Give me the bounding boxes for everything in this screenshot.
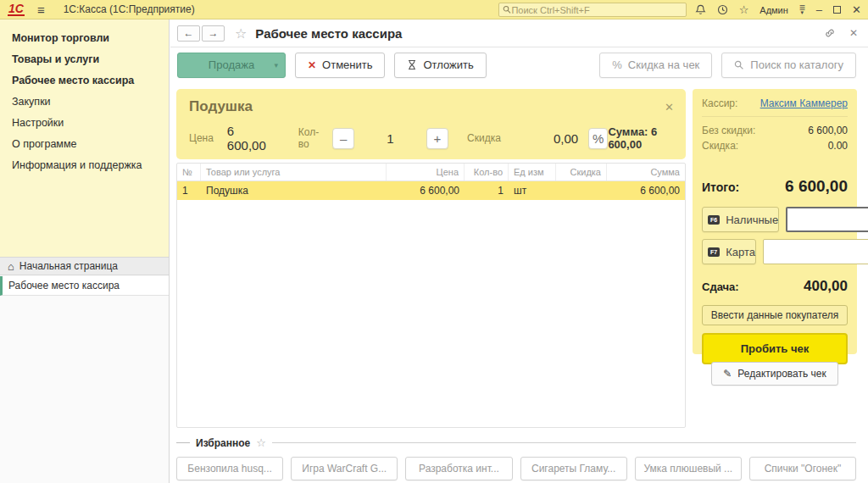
cashier-link[interactable]: Максим Каммерер [760,97,848,109]
qty-increase-button[interactable]: + [426,128,448,149]
f7-key-badge: F7 [708,247,720,257]
remove-item-icon[interactable]: ✕ [665,101,674,114]
favorite-item-button[interactable]: Бензопила husq... [176,457,283,480]
bookmark-star-icon[interactable]: ☆ [235,25,247,42]
defer-button[interactable]: Отложить [394,53,486,78]
check-discount-button[interactable]: % Скидка на чек [599,53,712,78]
window-title: 1С:Касса (1С:Предприятие) [64,3,195,15]
favorites-label: Избранное [196,437,250,449]
main-menu-icon[interactable]: ≡ [37,3,45,17]
catalog-search-button[interactable]: Поиск по каталогу [721,53,856,78]
toolbar: Продажа ▾ ✕ Отменить Отложить % Скидка н… [170,47,868,82]
sidebar-item-trade-monitor[interactable]: Монитор торговли [12,32,169,53]
discount-percent-button[interactable]: % [588,128,608,149]
search-input[interactable] [511,5,682,15]
cancel-x-icon: ✕ [308,59,316,71]
divider [702,116,848,117]
checkout-panel: Кассир: Максим Каммерер Без скидки: 6 60… [693,89,857,354]
sidebar-nav: Монитор торговли Товары и услуги Рабочее… [0,19,169,257]
history-icon[interactable] [717,4,728,15]
main-area: ← → ☆ Рабочее место кассира ✕ Продажа ▾ … [170,19,868,483]
tab-home-page[interactable]: ⌂ Начальная страница [0,257,169,275]
sidebar-item-about[interactable]: О программе [12,138,169,159]
no-discount-label: Без скидки: [702,125,755,136]
favorites-section: Избранное ☆ Бензопила husq... Игра WarCr… [176,436,856,480]
cancel-button[interactable]: ✕ Отменить [295,53,385,78]
no-discount-value: 6 600,00 [808,125,848,136]
sidebar: Монитор торговли Товары и услуги Рабочее… [0,19,170,483]
divider [272,442,856,443]
sale-mode-label: Продажа [209,58,254,71]
pencil-icon: ✎ [723,368,732,380]
discount-value[interactable]: 0,00 [545,131,578,146]
cashier-label: Кассир: [702,97,737,109]
favorite-item-button[interactable]: Умка плюшевый ... [635,457,742,480]
total-label: Итого: [702,180,739,194]
hourglass-icon [407,59,417,70]
page-title: Рабочее место кассира [255,26,402,41]
close-page-icon[interactable]: ✕ [849,27,858,39]
favorites-star-icon[interactable]: ☆ [739,4,749,15]
item-name: Подушка [189,98,253,115]
enter-customer-data-button[interactable]: Ввести данные покупателя [702,305,848,325]
settings-menu-icon[interactable]: ≡▾ [799,5,805,15]
favorites-star-icon[interactable]: ☆ [256,436,266,449]
divider [176,442,190,443]
sidebar-item-settings[interactable]: Настройки [12,117,169,138]
active-tab-label: Рабочее место кассира [8,280,120,291]
cash-amount-input[interactable] [786,207,868,232]
global-search[interactable] [498,3,687,17]
card-amount-input[interactable] [763,239,868,264]
sidebar-item-purchases[interactable]: Закупки [12,96,169,117]
search-icon [503,5,511,14]
discount-label: Скидка [467,132,501,144]
favorite-item-button[interactable]: Спички "Огонек" [749,457,856,480]
favorite-item-button[interactable]: Сигареты Гламу... [520,457,627,480]
percent-icon: % [612,58,622,71]
cash-payment-button[interactable]: F6 Наличные [702,207,779,232]
qty-decrease-button[interactable]: – [332,128,354,149]
print-receipt-button[interactable]: Пробить чек [702,333,848,364]
qty-value[interactable]: 1 [354,131,426,146]
table-row[interactable]: 1 Подушка 6 600,00 1 шт 6 600,00 [177,181,685,200]
sidebar-item-goods-services[interactable]: Товары и услуги [12,53,169,75]
discount-value: 0.00 [828,140,848,152]
maximize-icon[interactable] [833,6,841,14]
price-value: 6 600,00 [227,124,266,153]
page-header: ← → ☆ Рабочее место кассира ✕ [170,19,868,47]
price-label: Цена [189,132,214,144]
receipt-items-table[interactable]: № Товар или услуга Цена Кол-во Ед изм Ск… [176,163,686,428]
minimize-icon[interactable]: – [816,4,822,15]
card-payment-button[interactable]: F7 Карта [702,239,756,264]
edit-receipt-button[interactable]: ✎ Редактировать чек [711,362,837,386]
change-label: Сдача: [702,280,739,293]
qty-label: Кол-во [298,126,322,150]
f6-key-badge: F6 [708,215,720,225]
current-user[interactable]: Админ [760,5,788,15]
window-titlebar: 1С ≡ 1С:Касса (1С:Предприятие) ☆ Админ ≡… [0,0,868,19]
1c-logo: 1С [8,3,25,16]
table-header: № Товар или услуга Цена Кол-во Ед изм Ск… [177,164,685,181]
nav-forward-button[interactable]: → [202,25,225,42]
close-window-icon[interactable]: ✕ [852,4,861,15]
discount-label: Скидка: [702,140,738,152]
sidebar-item-support[interactable]: Информация и поддержка [12,159,169,180]
sidebar-item-cashier-workplace[interactable]: Рабочее место кассира [12,75,169,96]
favorite-item-button[interactable]: Разработка инт... [405,457,512,480]
notifications-bell-icon[interactable] [695,4,706,15]
tab-cashier-workplace[interactable]: Рабочее место кассира [0,276,169,296]
favorite-item-button[interactable]: Игра WarCraft G... [291,457,398,480]
current-item-panel: Подушка ✕ Цена 6 600,00 Кол-во – 1 + Ски… [176,89,686,159]
get-link-icon[interactable] [824,27,836,39]
home-tab-label: Начальная страница [19,260,118,272]
total-value: 6 600,00 [785,177,848,196]
change-value: 400,00 [804,278,848,295]
chevron-down-icon: ▾ [274,61,278,69]
home-icon: ⌂ [8,260,14,273]
search-icon [734,60,744,70]
sale-mode-button[interactable]: Продажа ▾ [177,53,286,78]
nav-back-button[interactable]: ← [177,25,200,42]
line-sum: Сумма: 6 600,00 [608,125,673,151]
